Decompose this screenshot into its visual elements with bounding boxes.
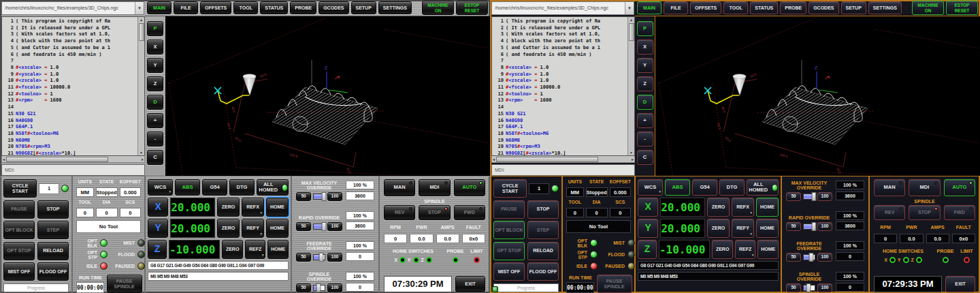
preview-z-view-button[interactable]: Z: [637, 76, 653, 91]
spindle-forward-button[interactable]: FWD: [454, 205, 485, 220]
override-max-button[interactable]: 100: [817, 222, 832, 231]
menu-probe[interactable]: PROBE: [780, 1, 806, 14]
mist-toggle-button[interactable]: MIST OFF: [493, 262, 525, 281]
slider-thumb[interactable]: [811, 222, 816, 231]
override-min-button[interactable]: 50: [786, 222, 801, 231]
scroll-down-icon[interactable]: ▼: [140, 150, 143, 155]
override-max-button[interactable]: 100: [327, 253, 342, 262]
spindle-slider[interactable]: [313, 285, 325, 291]
menu-tool[interactable]: TOOL: [233, 1, 258, 14]
menu-offsets[interactable]: OFFSETS: [690, 1, 721, 14]
scroll-up-icon[interactable]: ▲: [140, 17, 143, 22]
menu-gcodes[interactable]: GCODES: [318, 1, 348, 14]
override-min-button[interactable]: 50: [296, 283, 311, 292]
slider-thumb[interactable]: [319, 253, 324, 262]
cycle-count-spinbox[interactable]: 1: [529, 183, 549, 194]
mdi-mode-button[interactable]: MDI: [419, 179, 450, 196]
feedrate-slider[interactable]: [313, 254, 325, 260]
slider-thumb[interactable]: [321, 222, 326, 231]
scroll-left-icon[interactable]: ◄: [492, 157, 495, 161]
estop-reset-button[interactable]: ESTOP RESET: [946, 1, 978, 15]
max-velocity-slider[interactable]: [803, 194, 815, 200]
menu-gcodes[interactable]: GCODES: [808, 1, 838, 14]
cycle-start-button[interactable]: CYCLE START: [493, 179, 527, 198]
pause-button[interactable]: PAUSE: [493, 200, 525, 219]
preview-x-view-button[interactable]: X: [637, 40, 653, 55]
home-x-button[interactable]: HOME: [756, 198, 779, 217]
g54-button[interactable]: G54: [692, 179, 717, 196]
preview-z-view-button[interactable]: Z: [147, 76, 163, 91]
slider-thumb[interactable]: [806, 283, 811, 292]
spindle-reverse-button[interactable]: REV: [384, 205, 415, 220]
spindle-forward-button[interactable]: FWD: [944, 205, 975, 220]
override-max-button[interactable]: 100: [327, 222, 342, 231]
optional-block-button[interactable]: OPT BLOCK: [3, 221, 35, 239]
preview-clear-button[interactable]: C: [147, 150, 163, 165]
optional-block-button[interactable]: OPT BLOCK: [493, 221, 525, 239]
override-max-button[interactable]: 100: [817, 192, 832, 201]
preview-dimensions-button[interactable]: D: [147, 95, 163, 110]
axis-z-button[interactable]: Z: [638, 240, 657, 259]
axis-x-button[interactable]: X: [148, 198, 168, 217]
mdi-input[interactable]: MDI:: [1, 164, 145, 176]
scrollbar-thumb[interactable]: [629, 23, 634, 41]
scrollbar-thumb[interactable]: [6, 157, 108, 162]
preview-x-view-button[interactable]: X: [147, 40, 163, 55]
manual-mode-button[interactable]: MAN: [874, 179, 905, 196]
machine-on-button[interactable]: MACHINE ON: [422, 1, 454, 15]
pause-spindle-button[interactable]: PAUSE SPINDLE: [597, 275, 632, 293]
preview-zoom-out-button[interactable]: -: [637, 132, 653, 146]
cycle-start-button[interactable]: CYCLE START: [3, 179, 37, 198]
horizontal-scrollbar[interactable]: ◄►: [491, 156, 635, 163]
preview-zoom-out-button[interactable]: -: [147, 132, 163, 146]
estop-reset-button[interactable]: ESTOP RESET: [456, 1, 488, 15]
dtg-button[interactable]: DTG: [719, 179, 745, 196]
menu-settings[interactable]: SETTINGS: [378, 1, 412, 14]
scroll-up-icon[interactable]: ▲: [630, 17, 633, 22]
manual-mode-button[interactable]: MAN: [384, 179, 415, 196]
scrollbar-thumb[interactable]: [139, 23, 144, 41]
zero-z-button[interactable]: ZERO: [712, 240, 733, 259]
override-min-button[interactable]: 50: [786, 253, 801, 262]
menu-file[interactable]: FILE: [664, 1, 688, 14]
menu-status[interactable]: STATUS: [260, 1, 288, 14]
menu-main[interactable]: MAIN: [147, 1, 172, 14]
zero-x-button[interactable]: ZERO: [217, 198, 240, 217]
file-path-combo[interactable]: /home/chris/linuxcnc/nc_files/examples/3…: [1, 1, 144, 15]
dtg-button[interactable]: DTG: [229, 179, 255, 196]
override-min-button[interactable]: 50: [786, 192, 801, 201]
ref-x-button[interactable]: REFX▾: [732, 198, 754, 217]
menu-settings[interactable]: SETTINGS: [868, 1, 902, 14]
ref-z-button[interactable]: REFZ▾: [245, 240, 266, 259]
gcode-text[interactable]: 1( This program is copyright of Ra2( It …: [2, 17, 137, 155]
mdi-input[interactable]: MDI:: [491, 164, 635, 176]
spindle-stop-button[interactable]: STOP: [419, 205, 450, 220]
gremlin-3d-preview[interactable]: 90.5 40.5 -50.5 -50.0 100.5 50.0 Z: [655, 16, 980, 176]
menu-tool[interactable]: TOOL: [723, 1, 748, 14]
spindle-reverse-button[interactable]: REV: [874, 205, 905, 220]
preview-y-view-button[interactable]: Y: [147, 58, 163, 73]
mdi-mode-button[interactable]: MDI: [909, 179, 940, 196]
home-y-button[interactable]: HOME: [266, 219, 289, 238]
menu-status[interactable]: STATUS: [750, 1, 778, 14]
auto-mode-button[interactable]: AUTO: [944, 179, 975, 196]
reload-button[interactable]: RELOAD: [37, 242, 69, 260]
preview-zoom-in-button[interactable]: +: [637, 113, 653, 128]
override-min-button[interactable]: 50: [296, 222, 311, 231]
slider-thumb[interactable]: [316, 283, 321, 292]
axis-x-button[interactable]: X: [638, 198, 658, 217]
all-homed-button[interactable]: ALL HOMED: [257, 179, 289, 196]
exit-button[interactable]: EXIT: [455, 276, 485, 292]
preview-dimensions-button[interactable]: D: [637, 95, 653, 110]
slider-thumb[interactable]: [809, 253, 814, 262]
preview-clear-button[interactable]: C: [637, 150, 653, 165]
vertical-scrollbar[interactable]: ▲▼: [137, 17, 144, 155]
rapid-slider[interactable]: [313, 223, 325, 230]
gremlin-3d-preview[interactable]: 90.5 40.5 -50.5 -50.0 100.5 50.0 Z: [165, 16, 490, 176]
ref-z-button[interactable]: REFZ▾: [735, 240, 756, 259]
axis-z-button[interactable]: Z: [148, 240, 167, 259]
spindle-slider[interactable]: [803, 285, 815, 291]
scroll-down-icon[interactable]: ▼: [630, 150, 633, 155]
pause-button[interactable]: PAUSE: [3, 200, 35, 219]
mist-toggle-button[interactable]: MIST OFF: [3, 262, 35, 281]
